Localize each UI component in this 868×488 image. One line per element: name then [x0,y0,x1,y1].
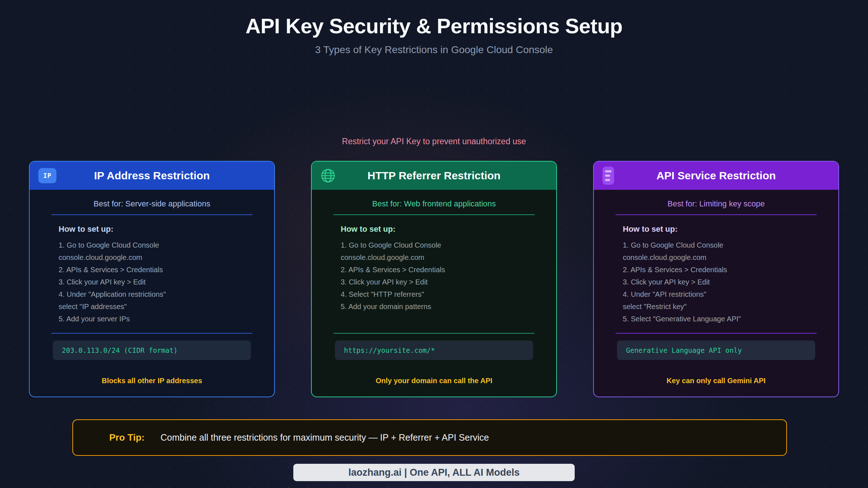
card-icon-area [603,162,614,190]
setup-steps: 1. Go to Google Cloud Consoleconsole.clo… [623,239,824,325]
setup-step: console.cloud.google.com [59,251,260,264]
setup-step: select "IP addresses" [59,300,260,313]
list-badge-icon [603,167,614,185]
divider [333,333,535,334]
brand-badge: laozhang.ai | One API, ALL AI Models [293,464,575,481]
card-icon-area: IP [38,162,56,190]
setup-step: 5. Add your domain patterns [341,300,542,313]
card-header: IP IP Address Restriction [30,162,274,190]
best-for-text: Best for: Server-side applications [30,199,274,209]
setup-step: 5. Add your server IPs [59,313,260,325]
card-api-service-restriction: API Service Restriction Best for: Limiti… [593,161,839,397]
setup-step: 2. APIs & Services > Credentials [341,264,542,276]
divider [616,214,817,215]
list-bar [605,170,612,172]
card-note: Blocks all other IP addresses [30,377,274,385]
code-example-text: https://yoursite.com/* [344,346,435,354]
infographic-page: API Key Security & Permissions Setup 3 T… [0,0,868,488]
setup-step: 1. Go to Google Cloud Console [341,239,542,251]
setup-step: 5. Select "Generative Language API" [623,313,824,325]
setup-step: 3. Click your API key > Edit [59,276,260,288]
divider [51,333,252,334]
code-example-box: 203.0.113.0/24 (CIDR format) [53,341,251,360]
ip-badge-label: IP [43,172,51,179]
setup-step: 2. APIs & Services > Credentials [623,264,824,276]
code-example-text: 203.0.113.0/24 (CIDR format) [62,346,178,354]
setup-step: select "Restrict key" [623,300,824,313]
card-icon-area [320,162,336,190]
card-note: Key can only call Gemini API [594,377,838,385]
card-bottom: 203.0.113.0/24 (CIDR format) Blocks all … [30,333,274,397]
howto-label: How to set up: [623,224,838,234]
code-example-text: Generative Language API only [626,346,742,354]
pro-tip-bar: Pro Tip: Combine all three restrictions … [72,419,787,456]
list-bar [605,175,610,177]
divider [51,214,252,215]
card-title: API Service Restriction [656,170,776,182]
card-note: Only your domain can call the API [312,377,556,385]
card-http-referrer-restriction: HTTP Referrer Restriction Best for: Web … [311,161,557,397]
globe-icon [320,168,336,183]
security-tagline: Restrict your API Key to prevent unautho… [0,137,868,146]
setup-steps: 1. Go to Google Cloud Consoleconsole.clo… [59,239,260,325]
ip-badge-icon: IP [38,168,56,183]
code-example-box: Generative Language API only [617,341,815,360]
page-subtitle: 3 Types of Key Restrictions in Google Cl… [0,44,868,56]
pro-tip-label: Pro Tip: [109,432,145,443]
setup-step: 4. Under "API restrictions" [623,288,824,300]
setup-step: 2. APIs & Services > Credentials [59,264,260,276]
page-title: API Key Security & Permissions Setup [0,14,868,38]
howto-label: How to set up: [341,224,556,234]
pro-tip-text: Combine all three restrictions for maxim… [161,432,489,443]
divider [333,214,535,215]
setup-step: 1. Go to Google Cloud Console [59,239,260,251]
card-title: IP Address Restriction [94,170,210,182]
card-ip-address-restriction: IP IP Address Restriction Best for: Serv… [29,161,275,397]
divider [616,333,817,334]
card-title: HTTP Referrer Restriction [367,170,501,182]
setup-step: 4. Select "HTTP referrers" [341,288,542,300]
howto-label: How to set up: [59,224,274,234]
card-header: HTTP Referrer Restriction [312,162,556,190]
setup-step: 1. Go to Google Cloud Console [623,239,824,251]
setup-step: 3. Click your API key > Edit [623,276,824,288]
list-bar [605,179,610,181]
setup-step: console.cloud.google.com [623,251,824,264]
setup-step: 3. Click your API key > Edit [341,276,542,288]
brand-badge-text: laozhang.ai | One API, ALL AI Models [348,467,520,478]
setup-step: 4. Under "Application restrictions" [59,288,260,300]
card-header: API Service Restriction [594,162,838,190]
card-bottom: Generative Language API only Key can onl… [594,333,838,397]
restriction-cards-row: IP IP Address Restriction Best for: Serv… [29,161,839,397]
best-for-text: Best for: Web frontend applications [312,199,556,209]
code-example-box: https://yoursite.com/* [335,341,533,360]
setup-step: console.cloud.google.com [341,251,542,264]
best-for-text: Best for: Limiting key scope [594,199,838,209]
setup-steps: 1. Go to Google Cloud Consoleconsole.clo… [341,239,542,313]
card-bottom: https://yoursite.com/* Only your domain … [312,333,556,397]
